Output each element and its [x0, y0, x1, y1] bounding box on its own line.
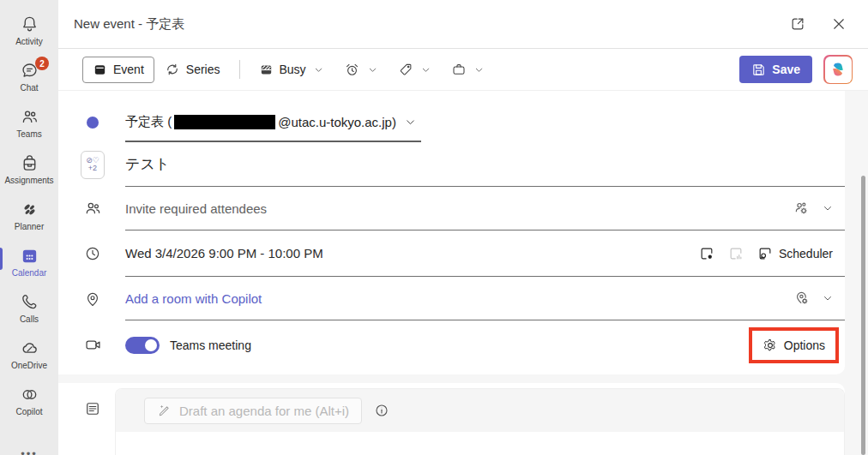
calendar-icon	[20, 246, 39, 266]
category-tag-dropdown[interactable]	[388, 56, 441, 83]
calendar-picker-row: 予定表 ( @utac.u-tokyo.ac.jp)	[58, 103, 845, 142]
copilot-icon	[20, 385, 39, 404]
chevron-down-icon	[474, 65, 484, 75]
emoji-picker-button[interactable]: ⊘♡ +2	[81, 151, 105, 179]
teams-app-window: Activity 2 Chat Teams	[0, 0, 868, 455]
close-icon[interactable]	[825, 10, 853, 38]
chevron-down-icon	[368, 65, 377, 75]
datetime-value[interactable]: Wed 3/4/2026 9:00 PM - 10:00 PM	[125, 246, 323, 260]
scheduler-icon	[756, 245, 774, 262]
attendees-row	[58, 187, 845, 230]
draft-agenda-label: Draft an agenda for me (Alt+i)	[179, 404, 349, 418]
chevron-down-icon	[314, 65, 323, 75]
sidebar-item-calls[interactable]: Calls	[0, 286, 58, 332]
calendar-name-prefix: 予定表 (	[125, 114, 172, 130]
cloud-icon	[20, 338, 39, 358]
planner-icon	[20, 200, 39, 219]
chat-unread-badge: 2	[35, 57, 49, 70]
sidebar-item-label: Planner	[15, 222, 44, 231]
sidebar-item-label: Calendar	[12, 268, 47, 278]
title-row: ⊘♡ +2	[58, 142, 845, 187]
camera-icon	[81, 336, 105, 354]
vertical-scrollbar[interactable]	[861, 176, 865, 455]
calendar-select[interactable]: 予定表 ( @utac.u-tokyo.ac.jp)	[125, 103, 421, 142]
sidebar-item-label: Copilot	[15, 407, 42, 416]
attendee-options-icon[interactable]	[793, 200, 811, 217]
notes-icon	[81, 400, 105, 417]
reminder-dropdown[interactable]	[334, 56, 388, 84]
draft-agenda-button[interactable]: Draft an agenda for me (Alt+i)	[144, 398, 362, 424]
event-title-input[interactable]	[125, 156, 629, 173]
teams-people-icon	[20, 107, 39, 127]
event-tab-button[interactable]: Event	[82, 57, 154, 83]
event-icon	[93, 63, 107, 77]
phone-icon	[20, 292, 39, 312]
briefcase-icon	[451, 62, 467, 77]
teams-meeting-row: Teams meeting Options	[58, 320, 845, 369]
calendar-person-icon[interactable]	[698, 245, 715, 262]
teams-meeting-toggle[interactable]	[125, 337, 160, 354]
chevron-down-icon[interactable]	[823, 293, 833, 303]
sidebar-item-teams[interactable]: Teams	[0, 101, 58, 147]
description-card: Draft an agenda for me (Alt+i)	[58, 383, 845, 455]
location-row: Add a room with Copilot	[58, 277, 845, 320]
chevron-down-icon[interactable]	[823, 203, 833, 213]
backpack-icon	[20, 153, 39, 173]
work-category-dropdown[interactable]	[441, 56, 494, 83]
sidebar-item-planner[interactable]: Planner	[0, 194, 58, 240]
description-editor[interactable]: Draft an agenda for me (Alt+i)	[115, 388, 845, 455]
calendar-color-dot	[81, 117, 105, 129]
sparkle-pen-icon	[157, 403, 172, 418]
sidebar-item-label: Activity	[15, 37, 43, 46]
series-tab-button[interactable]: Series	[154, 56, 231, 83]
sidebar-item-activity[interactable]: Activity	[0, 9, 58, 55]
sidebar-item-label: Chat	[20, 83, 38, 93]
chevron-down-icon	[405, 117, 416, 128]
rail-overflow-dots[interactable]: •••	[0, 447, 58, 455]
event-form-content: 予定表 ( @utac.u-tokyo.ac.jp) ⊘♡	[58, 91, 868, 455]
sidebar-item-chat[interactable]: 2 Chat	[0, 55, 58, 101]
copilot-button[interactable]	[823, 55, 853, 84]
editor-toolbar-band: Draft an agenda for me (Alt+i)	[116, 389, 844, 432]
show-as-busy-dropdown[interactable]: Busy	[249, 57, 334, 83]
sidebar-item-calendar[interactable]: Calendar	[0, 240, 58, 286]
repeat-icon	[165, 62, 180, 77]
active-indicator	[0, 248, 3, 270]
save-button[interactable]: Save	[739, 56, 812, 83]
dialog-title: New event - 予定表	[74, 16, 184, 33]
chevron-down-icon	[421, 65, 431, 75]
toolbar-separator	[239, 60, 240, 79]
copilot-logo-icon	[829, 61, 847, 78]
gear-icon	[763, 338, 778, 353]
sidebar-item-onedrive[interactable]: OneDrive	[0, 332, 58, 379]
bell-icon	[20, 15, 39, 34]
dialog-titlebar: New event - 予定表	[58, 0, 868, 49]
scheduler-button[interactable]: Scheduler	[756, 245, 833, 262]
alarm-icon	[344, 62, 360, 78]
event-form-card: 予定表 ( @utac.u-tokyo.ac.jp) ⊘♡	[58, 91, 845, 374]
datetime-row: Wed 3/4/2026 9:00 PM - 10:00 PM	[58, 230, 845, 277]
busy-status-icon	[259, 63, 274, 77]
attendees-input[interactable]	[125, 201, 629, 216]
sidebar-item-label: OneDrive	[11, 361, 47, 370]
sidebar-item-label: Calls	[20, 314, 39, 324]
popout-icon[interactable]	[784, 10, 811, 38]
location-options-icon[interactable]	[793, 290, 811, 307]
sidebar-item-copilot[interactable]: Copilot	[0, 379, 58, 425]
info-icon[interactable]	[374, 403, 389, 418]
people-icon	[81, 200, 105, 218]
sidebar-item-assignments[interactable]: Assignments	[0, 147, 58, 194]
clock-icon	[81, 245, 105, 262]
new-event-dialog: New event - 予定表	[58, 0, 868, 455]
add-room-copilot-link[interactable]: Add a room with Copilot	[125, 291, 262, 306]
options-highlight-box: Options	[749, 327, 839, 363]
description-text-area[interactable]	[116, 432, 844, 455]
sidebar-item-label: Assignments	[4, 176, 53, 185]
options-button[interactable]: Options	[752, 331, 835, 360]
save-icon	[751, 63, 766, 77]
event-toolbar: Event Series	[58, 49, 868, 91]
location-pin-icon	[81, 290, 105, 308]
app-rail: Activity 2 Chat Teams	[0, 0, 58, 455]
calendar-name-suffix: @utac.u-tokyo.ac.jp)	[278, 115, 396, 129]
redacted-email	[174, 115, 275, 129]
